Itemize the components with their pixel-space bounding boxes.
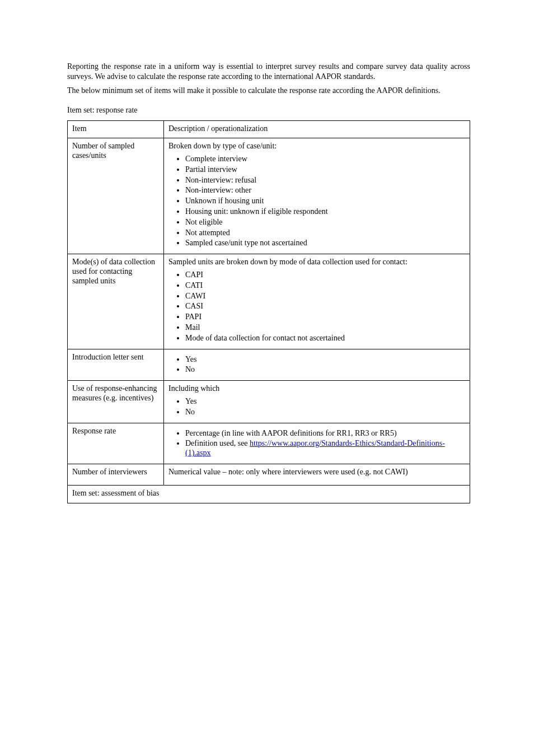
- table-header-description: Description / operationalization: [164, 120, 470, 138]
- bullet-icon: Mail: [185, 323, 465, 333]
- row-bullet-list: Complete interview Partial interview Non…: [168, 155, 465, 248]
- table-row: Use of response-enhancing measures (e.g.…: [68, 381, 470, 423]
- bullet-icon: Yes: [185, 355, 465, 365]
- row-label: Introduction letter sent: [72, 353, 159, 362]
- intro-paragraph-1: Reporting the response rate in a uniform…: [67, 62, 470, 81]
- response-rate-table: Item Description / operationalization Nu…: [67, 120, 470, 503]
- row-label: Response rate: [72, 427, 159, 436]
- table-row: Number of interviewers Numerical value –…: [68, 464, 470, 486]
- bullet-icon: Sampled case/unit type not ascertained: [185, 239, 465, 248]
- bullet-icon: PAPI: [185, 312, 465, 322]
- intro-paragraph-2: The below minimum set of items will make…: [67, 86, 470, 96]
- bullet-icon: Yes: [185, 397, 465, 407]
- bullet-icon: Mode of data collection for contact not …: [185, 334, 465, 343]
- table-row: Mode(s) of data collection used for cont…: [68, 254, 470, 349]
- row-bullet-list: Percentage (in line with AAPOR definitio…: [168, 429, 465, 458]
- subheading-item-set: Item set: response rate: [67, 106, 470, 115]
- row-bullet-list: CAPI CATI CAWI CASI PAPI Mail Mode of da…: [168, 270, 465, 343]
- bullet-icon: Not attempted: [185, 228, 465, 238]
- bullet-icon: Percentage (in line with AAPOR definitio…: [185, 429, 465, 438]
- row-bullet-list: Yes No: [168, 355, 465, 375]
- bullet-icon: CATI: [185, 281, 465, 291]
- bullet-icon: Complete interview: [185, 155, 465, 164]
- row-label: Number of interviewers: [72, 468, 159, 477]
- bullet-icon: No: [185, 408, 465, 417]
- bullet-icon: Non-interview: refusal: [185, 176, 465, 185]
- row-bullet-list: Yes No: [168, 397, 465, 417]
- bullet-prefix-text: Definition used, see: [185, 439, 250, 447]
- bullet-icon: Non-interview: other: [185, 186, 465, 195]
- row-label: Number of sampled cases/units: [72, 142, 159, 161]
- footer-item-set-label: Item set: assessment of bias: [72, 489, 160, 497]
- row-lead-text: Broken down by type of case/unit:: [168, 142, 465, 151]
- bullet-icon: Not eligible: [185, 218, 465, 227]
- bullet-icon: Definition used, see https://www.aapor.o…: [185, 439, 465, 458]
- bullet-icon: Housing unit: unknown if eligible respon…: [185, 207, 465, 217]
- table-row: Number of sampled cases/units Broken dow…: [68, 138, 470, 254]
- table-footer-row: Item set: assessment of bias: [68, 485, 470, 503]
- row-label: Mode(s) of data collection used for cont…: [72, 258, 159, 286]
- table-header-item: Item: [68, 120, 164, 138]
- bullet-icon: Partial interview: [185, 165, 465, 175]
- row-label: Use of response-enhancing measures (e.g.…: [72, 384, 159, 403]
- table-row: Response rate Percentage (in line with A…: [68, 423, 470, 464]
- row-lead-text: Including which: [168, 384, 465, 394]
- bullet-icon: CAWI: [185, 292, 465, 301]
- bullet-icon: Unknown if housing unit: [185, 197, 465, 206]
- table-row: Introduction letter sent Yes No: [68, 349, 470, 381]
- row-lead-text: Sampled units are broken down by mode of…: [168, 258, 465, 267]
- bullet-icon: CASI: [185, 302, 465, 311]
- row-lead-text: Numerical value – note: only where inter…: [168, 468, 465, 477]
- bullet-icon: CAPI: [185, 270, 465, 280]
- bullet-icon: No: [185, 365, 465, 375]
